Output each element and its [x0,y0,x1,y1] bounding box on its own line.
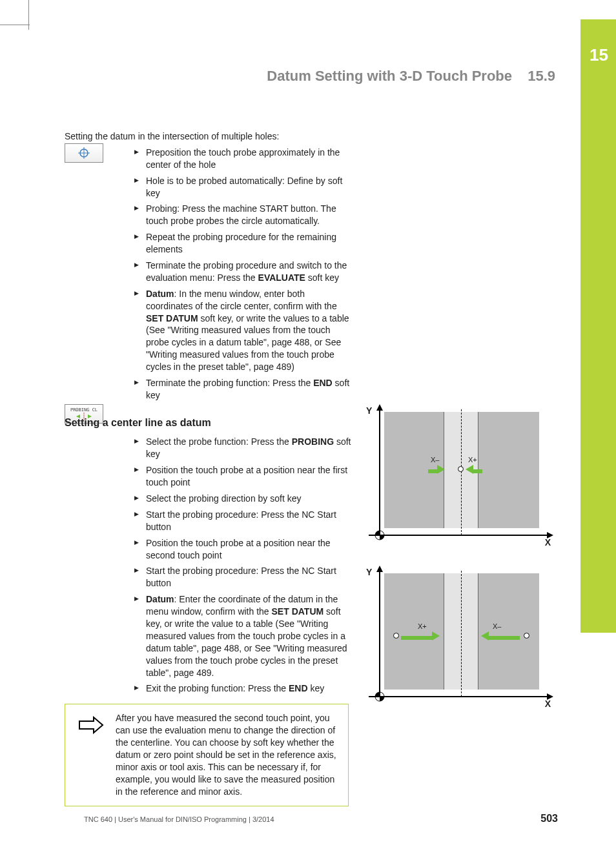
datum-origin-icon [374,691,385,702]
list-item: Datum: Enter the coordinate of the datum… [134,593,354,679]
list-item: Preposition the touch probe approximatel… [134,147,354,171]
header-title: Datum Setting with 3-D Touch Probe [267,68,512,84]
list-item: Select the probe function: Press the PRO… [134,436,354,460]
label-x-minus: X– [431,456,439,464]
footer-text: TNC 640 | User's Manual for DIN/ISO Prog… [84,815,274,823]
list-item: Exit the probing function: Press the END… [134,682,354,695]
page-number: 503 [540,813,558,824]
list-item: Select the probing direction by soft key [134,493,354,505]
chapter-tab [580,19,616,633]
list-item: Hole is to be probed automatically: Defi… [134,175,354,199]
probe-point-icon [524,633,529,639]
crop-mark [28,0,29,30]
axis-label-y: Y [366,567,372,577]
intro-text: Setting the datum in the intersection of… [65,130,555,143]
page-header: Datum Setting with 3-D Touch Probe 15.9 [65,68,555,85]
list-item: Start the probing procedure: Press the N… [134,565,354,589]
note-text: After you have measured the second touch… [116,713,336,796]
list-item: Probing: Press the machine START button.… [134,203,354,227]
list-item: Datum: In the menu window, enter both co… [134,288,354,373]
note-arrow-icon [77,716,104,737]
axis-label-y: Y [366,405,372,416]
list-item: Repeat the probing procedure for the rem… [134,231,354,256]
label-x-minus: X– [493,622,501,630]
axis-label-x: X [545,537,551,547]
probe-point-icon [393,633,399,639]
list-item: Terminate the probing procedure and swit… [134,260,354,284]
list-item: Position the touch probe at a position n… [134,464,354,489]
diagram-centerline-bottom: Y X X+ X– [365,567,552,715]
note-box: After you have measured the second touch… [65,704,349,806]
list-item: Position the touch probe at a position n… [134,537,354,562]
datum-origin-icon [374,529,385,541]
list-item: Start the probing procedure: Press the N… [134,509,354,533]
crop-mark [0,25,30,25]
procedure-list-2: Select the probe function: Press the PRO… [134,436,354,695]
axis-label-x: X [545,699,551,709]
label-x-plus: X+ [468,456,477,464]
list-item: Terminate the probing function: Press th… [134,377,354,402]
chapter-number: 15 [590,45,608,65]
label-x-plus: X+ [418,622,427,630]
header-section: 15.9 [528,68,555,84]
page: 15 Datum Setting with 3-D Touch Probe 15… [0,0,616,849]
procedure-list-1: Preposition the touch probe approximatel… [134,147,354,402]
probe-point-icon [458,466,464,472]
diagram-centerline-top: Y X X– X+ [365,405,552,554]
